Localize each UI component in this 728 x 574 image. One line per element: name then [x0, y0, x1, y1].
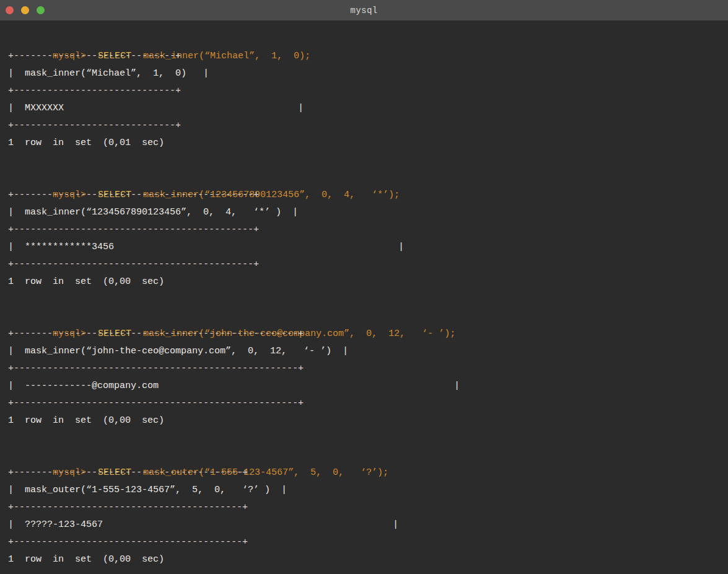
minimize-button[interactable] — [21, 6, 29, 14]
prompt-line: mysql>SELECTmask_inner(“john-the-ceo@com… — [8, 308, 728, 325]
query-block-1: mysql>SELECTmask_inner(“Michael”, 1, 0);… — [8, 30, 728, 152]
table-result-row: | MXXXXXX | — [8, 100, 728, 117]
terminal-window: mysql mysql>SELECTmask_inner(“Michael”, … — [0, 0, 728, 574]
table-result-row: | ************3456 | — [8, 239, 728, 256]
table-border: +---------------------------------------… — [8, 534, 728, 551]
table-border: +-----------------------------+ — [8, 48, 728, 65]
window-controls — [6, 0, 45, 20]
table-result-row: | ?????-123-4567 | — [8, 516, 728, 534]
table-border: +---------------------------------------… — [8, 221, 728, 239]
table-result-row: | ------------@company.com | — [8, 378, 728, 395]
table-border: +-----------------------------+ — [8, 82, 728, 100]
table-border: +---------------------------------------… — [8, 360, 728, 378]
query-block-2: mysql>SELECTmask_inner(“1234567890123456… — [8, 169, 728, 291]
table-border: +-----------------------------+ — [8, 117, 728, 135]
window-title: mysql — [350, 6, 378, 15]
status-line: 1 row in set (0,00 sec) — [8, 551, 728, 568]
terminal-output: mysql>SELECTmask_inner(“Michael”, 1, 0);… — [0, 20, 728, 574]
close-button[interactable] — [6, 6, 14, 14]
status-line: 1 row in set (0,00 sec) — [8, 412, 728, 430]
status-line: 1 row in set (0,00 sec) — [8, 273, 728, 291]
query-block-4: mysql>SELECTmask_outer(“1-555-123-4567”,… — [8, 447, 728, 568]
query-block-3: mysql>SELECTmask_inner(“john-the-ceo@com… — [8, 308, 728, 430]
titlebar: mysql — [0, 0, 728, 20]
table-border: +---------------------------------------… — [8, 499, 728, 516]
table-border: +---------------------------------------… — [8, 256, 728, 273]
zoom-button[interactable] — [37, 6, 45, 14]
table-header-row: | mask_outer(“1-555-123-4567”, 5, 0, ‘?’… — [8, 482, 728, 499]
prompt-line: mysql>SELECTmask_inner(“1234567890123456… — [8, 169, 728, 187]
table-header-row: | mask_inner(“1234567890123456”, 0, 4, ‘… — [8, 204, 728, 221]
prompt-line: mysql>SELECTmask_outer(“1-555-123-4567”,… — [8, 447, 728, 464]
prompt-line: mysql>SELECTmask_inner(“Michael”, 1, 0); — [8, 30, 728, 48]
status-line: 1 row in set (0,01 sec) — [8, 135, 728, 152]
table-border: +---------------------------------------… — [8, 395, 728, 412]
table-header-row: | mask_inner(“john-the-ceo@company.com”,… — [8, 343, 728, 360]
table-header-row: | mask_inner(“Michael”, 1, 0) | — [8, 65, 728, 82]
